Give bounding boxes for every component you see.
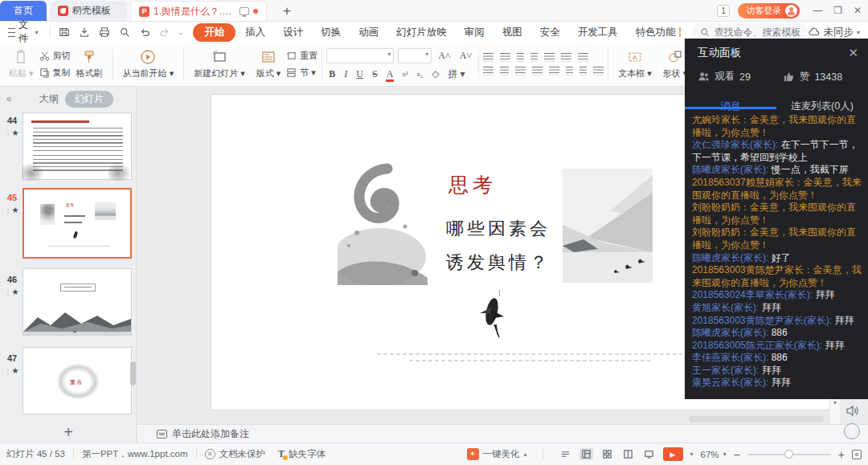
font-color-button[interactable]: A xyxy=(384,68,396,80)
justify-icon[interactable] xyxy=(532,67,542,75)
increase-indent-icon[interactable] xyxy=(530,53,538,62)
distribute-icon[interactable] xyxy=(549,67,559,75)
align-right-icon[interactable] xyxy=(515,67,526,75)
line-spacing-icon[interactable] xyxy=(578,53,588,62)
ink-bird-image[interactable] xyxy=(477,294,507,341)
canvas-horizontal-scrollbar[interactable] xyxy=(689,416,824,422)
columns-icon[interactable] xyxy=(566,67,573,75)
textbox-button[interactable]: A 文本框 ▾ xyxy=(612,46,657,83)
redo-icon[interactable] xyxy=(158,26,171,39)
tab-docer-templates[interactable]: 稻壳模板 xyxy=(50,1,127,21)
slide-sorter-button[interactable] xyxy=(600,448,614,460)
zoom-in-button[interactable]: + xyxy=(838,448,845,461)
slide-thumbnail-46[interactable] xyxy=(23,268,132,336)
slideshow-view-button[interactable] xyxy=(642,448,656,460)
play-options-icon[interactable]: ▾ xyxy=(690,451,694,458)
underline-button[interactable]: U xyxy=(354,68,366,80)
missing-fonts-button[interactable]: T 缺失字体 xyxy=(278,448,326,460)
clear-format-button[interactable]: ◇ xyxy=(429,68,441,80)
paragraph-more-icon[interactable] xyxy=(593,67,604,75)
minimize-button[interactable]: — xyxy=(813,2,822,18)
menu-tab-11[interactable]: 特色功能 xyxy=(628,23,684,42)
menu-tab-5[interactable]: 动画 xyxy=(350,23,387,42)
guest-login-button[interactable]: 访客登录 xyxy=(738,3,800,18)
cut-button[interactable]: 剪切 xyxy=(39,50,71,62)
notes-view-button[interactable] xyxy=(559,448,572,460)
feature-arrow-icon[interactable]: › xyxy=(679,27,682,37)
zoom-slider-knob[interactable] xyxy=(784,450,793,459)
menu-tab-2[interactable]: 插入 xyxy=(237,23,273,42)
font-size-select[interactable] xyxy=(398,48,432,63)
placeholder-icon[interactable] xyxy=(561,53,571,62)
subscript-button[interactable]: x₂ xyxy=(415,70,426,78)
menu-tab-8[interactable]: 视图 xyxy=(494,23,530,42)
section-button[interactable]: 节 ▾ xyxy=(286,67,317,79)
notes-bar[interactable]: 单击此处添加备注 xyxy=(137,424,868,443)
zoom-level[interactable]: 67%▾ xyxy=(701,450,727,459)
menu-tab-6[interactable]: 幻灯片放映 xyxy=(388,23,455,42)
float-page-button[interactable] xyxy=(844,423,860,439)
save-icon[interactable] xyxy=(58,26,71,39)
export-icon[interactable] xyxy=(78,26,91,39)
beautify-button[interactable]: 一键美化 ▴ xyxy=(467,448,527,460)
print-preview-icon[interactable] xyxy=(118,26,131,39)
canvas-vertical-scrollbar[interactable]: ▾ xyxy=(829,399,840,424)
menu-tab-10[interactable]: 开发工具 xyxy=(570,23,626,42)
align-center-icon[interactable] xyxy=(500,67,509,75)
normal-view-button[interactable] xyxy=(579,448,593,460)
text-direction-icon[interactable] xyxy=(544,53,555,62)
bold-button[interactable]: B xyxy=(326,68,338,80)
new-slide-button[interactable]: 新建幻灯片 ▾ xyxy=(188,46,251,83)
menu-tab-1[interactable]: 开始 xyxy=(193,23,235,42)
print-icon[interactable] xyxy=(98,26,111,39)
copy-button[interactable]: 复制 xyxy=(39,67,71,79)
chat-message-list[interactable]: 尤婉玲家长：金美意，我来围观你的直播啦，为你点赞！次仁强珍家长(家长): 在下一… xyxy=(685,112,868,399)
ink-landscape-image[interactable] xyxy=(563,169,653,283)
play-slideshow-button[interactable]: ▶ xyxy=(663,447,683,461)
menu-tab-3[interactable]: 设计 xyxy=(275,23,311,42)
decrease-font-button[interactable]: A˅ xyxy=(457,50,474,62)
slide-layout-button[interactable]: 版式 ▾ xyxy=(251,46,287,83)
present-mode-icon[interactable] xyxy=(240,7,249,15)
numbered-list-icon[interactable] xyxy=(500,53,510,62)
menu-tab-4[interactable]: 切换 xyxy=(313,23,349,42)
tab-document[interactable]: P 1.舆情是什么？.pptx xyxy=(130,1,267,21)
reading-view-button[interactable] xyxy=(621,448,635,460)
slide-thumbnail-47[interactable]: 重点 xyxy=(23,347,132,414)
slide-thumbnail-45-selected[interactable]: 思考 xyxy=(23,188,132,259)
speaker-icon[interactable] xyxy=(845,403,860,418)
protection-status[interactable]: ✕ 文档未保护 xyxy=(205,448,266,460)
menu-tab-7[interactable]: 审阅 xyxy=(457,23,493,42)
menu-tab-9[interactable]: 安全 xyxy=(532,23,568,42)
close-button[interactable]: ✕ xyxy=(854,2,862,18)
tab-outline[interactable]: 大纲 xyxy=(39,92,59,106)
superscript-button[interactable]: x² xyxy=(399,70,410,78)
play-from-current-button[interactable]: 从当前开始 ▾ xyxy=(117,46,180,83)
font-family-select[interactable] xyxy=(326,48,394,63)
strikethrough-button[interactable]: S xyxy=(370,68,380,80)
add-slide-button[interactable]: + xyxy=(0,423,137,442)
slide-body-line1[interactable]: 哪些因素会 xyxy=(446,217,551,241)
increase-font-button[interactable]: A˄ xyxy=(436,50,452,62)
slide-body-line2[interactable]: 诱发舆情？ xyxy=(446,251,551,275)
tab-slides[interactable]: 幻灯片 xyxy=(65,91,113,108)
paste-button[interactable]: 粘贴 ▾ xyxy=(3,46,39,83)
maximize-button[interactable]: ❐ xyxy=(833,2,842,18)
vertical-text-icon[interactable] xyxy=(579,67,587,75)
italic-button[interactable]: I xyxy=(342,68,350,80)
new-tab-button[interactable]: + xyxy=(276,2,297,21)
zoom-out-button[interactable]: − xyxy=(734,448,740,461)
collapse-panel-button[interactable]: « xyxy=(0,93,17,104)
slide-thumbnail-44[interactable] xyxy=(23,112,132,180)
bullet-list-icon[interactable] xyxy=(483,53,493,62)
thumbnail-scrollbar[interactable] xyxy=(130,361,136,385)
align-left-icon[interactable] xyxy=(483,67,493,75)
sync-status-button[interactable]: 未同步 ▾ xyxy=(809,26,860,39)
decrease-indent-icon[interactable] xyxy=(517,53,524,62)
fit-to-window-icon[interactable] xyxy=(852,450,862,459)
undo-icon[interactable] xyxy=(138,26,151,39)
format-painter-button[interactable]: 格式刷 xyxy=(71,46,108,83)
toolbar-more-icon[interactable]: ⌄ xyxy=(178,29,184,36)
notification-badge[interactable]: 1 xyxy=(717,5,730,17)
reset-slide-button[interactable]: 重置 xyxy=(286,50,317,62)
